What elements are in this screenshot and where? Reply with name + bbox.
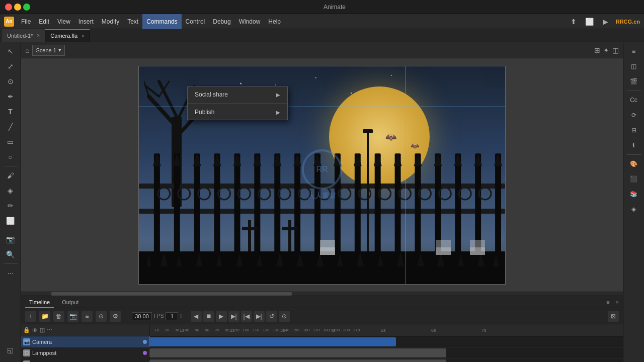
canvas-hscroll-thumb[interactable] <box>51 292 292 296</box>
tab-timeline[interactable]: Timeline <box>25 296 54 308</box>
tool-pen[interactable]: ✒ <box>3 89 19 104</box>
lamppost-track[interactable] <box>149 347 623 358</box>
ruler-f170: 170 <box>313 328 319 332</box>
loop-start-btn[interactable]: |◀ <box>241 311 252 322</box>
layer-background[interactable]: ☐ Background <box>21 358 149 362</box>
menu-insert[interactable]: Insert <box>74 14 98 29</box>
tool-zoom[interactable]: 🔍 <box>3 247 19 261</box>
loop-btn[interactable]: ↺ <box>266 311 277 322</box>
view-icon[interactable]: ◫ <box>612 46 619 54</box>
add-folder-btn[interactable]: 📁 <box>39 311 50 322</box>
motion-btn[interactable]: ◈ <box>626 202 642 216</box>
grass <box>139 251 505 284</box>
onion-skin-btn[interactable]: ⊙ <box>96 311 107 322</box>
library-btn[interactable]: 📚 <box>626 187 642 201</box>
play-btn[interactable]: ▶ <box>216 311 227 322</box>
tool-line[interactable]: ╱ <box>3 120 19 134</box>
stop-btn[interactable]: ⏹ <box>203 311 214 322</box>
grid-icon[interactable]: ⊞ <box>594 46 600 54</box>
layer-more-icon[interactable]: ⋯ <box>47 327 52 333</box>
camera-track[interactable] <box>149 336 623 347</box>
dropdown-publish[interactable]: Publish ▶ <box>188 105 287 120</box>
align-btn[interactable]: ⊟ <box>626 123 642 137</box>
layer-lock-icon[interactable]: 🔒 <box>23 327 30 333</box>
menu-control[interactable]: Control <box>182 14 209 29</box>
settings2-btn[interactable]: ⊙ <box>279 311 290 322</box>
cc-btn[interactable]: Cc <box>626 93 642 107</box>
screen-icon[interactable]: ⬜ <box>584 16 596 28</box>
tool-camera[interactable]: 📷 <box>3 232 19 246</box>
bottom-right-btn[interactable]: ⊞ <box>626 360 642 362</box>
tool-extra2[interactable]: ↔ <box>3 358 19 362</box>
timeline-close[interactable]: × <box>616 299 619 305</box>
menu-commands[interactable]: Commands <box>142 14 181 29</box>
maximize-button[interactable] <box>23 4 30 11</box>
layer-props-btn[interactable]: ≡ <box>82 311 93 322</box>
dropdown-social-share[interactable]: Social share ▶ <box>188 87 287 102</box>
minimize-button[interactable] <box>14 4 21 11</box>
tab-camera[interactable]: Camera.fla × <box>45 29 90 42</box>
tool-oval[interactable]: ○ <box>3 150 19 164</box>
layer-lamppost[interactable]: ☐ Lamppost <box>21 347 149 358</box>
tool-extra1[interactable]: ◱ <box>3 343 19 357</box>
layer-visibility-icon[interactable]: 👁 <box>32 327 38 333</box>
menu-help[interactable]: Help <box>264 14 285 29</box>
playhead[interactable] <box>149 336 150 347</box>
ruler-f50: 50 <box>195 328 199 332</box>
menu-view[interactable]: View <box>53 14 74 29</box>
tool-text[interactable]: T <box>3 105 19 119</box>
camera-btn[interactable]: 📷 <box>67 311 78 322</box>
timeline-collapse[interactable]: ≡ <box>606 299 609 305</box>
tool-brush[interactable]: 🖌 <box>3 168 19 183</box>
tab-output[interactable]: Output <box>58 296 83 308</box>
assets-btn[interactable]: ◫ <box>626 59 642 73</box>
background-track[interactable] <box>149 358 623 362</box>
tab-untitled[interactable]: Untitled-1* × <box>2 29 45 42</box>
layer-outline-icon[interactable]: ◫ <box>40 327 45 333</box>
tool-eraser[interactable]: ⬜ <box>3 214 19 228</box>
tool-eyedrop[interactable]: ✏ <box>3 199 19 213</box>
scene-btn[interactable]: 🎬 <box>626 74 642 88</box>
svg-rect-96 <box>470 247 485 255</box>
tool-lasso[interactable]: ⊙ <box>3 74 19 88</box>
tab-untitled-close[interactable]: × <box>37 33 40 38</box>
tool-fill[interactable]: ◈ <box>3 184 19 198</box>
menu-window[interactable]: Window <box>235 14 265 29</box>
transform-btn[interactable]: ⟳ <box>626 108 642 122</box>
canvas-hscroll[interactable] <box>21 292 623 296</box>
prev-frame-btn[interactable]: ◀ <box>191 311 202 322</box>
menu-debug[interactable]: Debug <box>209 14 234 29</box>
tool-subsel[interactable]: ⤢ <box>3 59 19 73</box>
properties-btn[interactable]: ≡ <box>626 44 642 58</box>
tool-arrow[interactable]: ↖ <box>3 44 19 58</box>
layer-camera[interactable]: 📷 Camera <box>21 336 149 347</box>
add-layer-btn[interactable]: + <box>25 311 36 322</box>
tab-camera-close[interactable]: × <box>82 33 85 39</box>
scene-select[interactable]: Scene 1 ▾ <box>32 45 64 56</box>
right-separator <box>627 90 641 91</box>
menu-modify[interactable]: Modify <box>98 14 123 29</box>
color-btn[interactable]: 🎨 <box>626 157 642 171</box>
delete-layer-btn[interactable]: 🗑 <box>53 311 64 322</box>
tool-more[interactable]: ··· <box>3 266 19 280</box>
swatches-btn[interactable]: ⬛ <box>626 172 642 186</box>
next-frame-btn[interactable]: ▶| <box>228 311 239 322</box>
fps-value[interactable]: 30.00 <box>132 312 152 320</box>
window-controls[interactable] <box>5 4 30 11</box>
info-btn[interactable]: ℹ <box>626 138 642 152</box>
settings-btn[interactable]: ⚙ <box>110 311 121 322</box>
menu-text[interactable]: Text <box>123 14 142 29</box>
share-icon[interactable]: ⬆ <box>568 16 580 28</box>
loop-end-btn[interactable]: ▶| <box>254 311 265 322</box>
play-icon[interactable]: ▶ <box>600 16 612 28</box>
home-icon[interactable]: ⌂ <box>25 46 29 54</box>
menu-file[interactable]: File <box>17 14 35 29</box>
frame-value[interactable]: 1 <box>166 312 178 320</box>
close-button[interactable] <box>5 4 12 11</box>
tool-rect[interactable]: ▭ <box>3 135 19 149</box>
snap-icon[interactable]: ✦ <box>603 46 609 54</box>
menu-edit[interactable]: Edit <box>35 14 53 29</box>
layer-camera-icon: 📷 <box>23 338 30 345</box>
svg-rect-46 <box>495 153 501 253</box>
zoom-timeline-btn[interactable]: ⊠ <box>608 311 619 322</box>
